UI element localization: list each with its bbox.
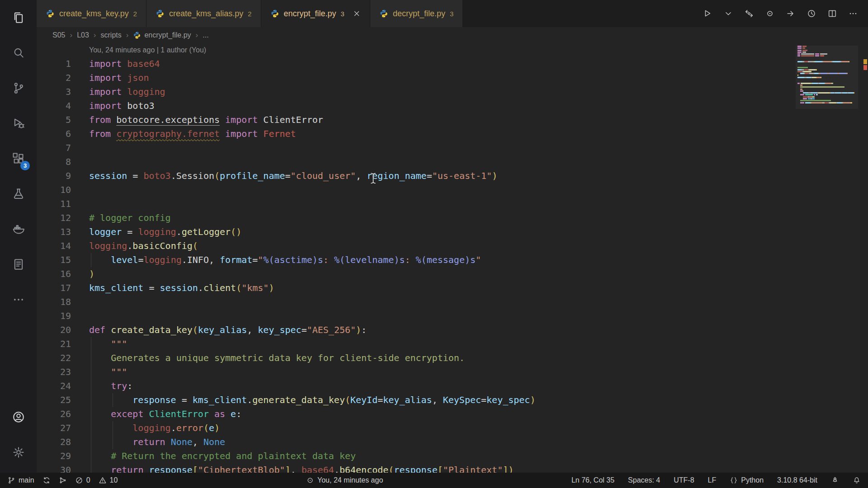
code-text[interactable] (71, 197, 89, 211)
status-notifications[interactable] (853, 476, 861, 484)
tab-create_kms_key.py[interactable]: create_kms_key.py2 (37, 0, 146, 27)
line-number[interactable]: 3 (37, 85, 71, 99)
code-text[interactable]: logger = logging.getLogger() (71, 225, 241, 239)
code-text[interactable] (71, 155, 89, 169)
split-editor-button[interactable] (827, 9, 837, 19)
open-changes-button[interactable] (744, 9, 754, 19)
status-status-rocket[interactable] (831, 476, 839, 484)
breadcrumb-item-L03[interactable]: L03 (77, 31, 89, 39)
line-number[interactable]: 23 (37, 365, 71, 379)
close-icon[interactable] (353, 9, 361, 18)
code-text[interactable] (71, 141, 89, 155)
status-git-branch[interactable]: main (7, 476, 34, 484)
code-text[interactable]: level=logging.INFO, format="%(asctime)s:… (71, 253, 481, 267)
line-number[interactable]: 13 (37, 225, 71, 239)
code-text[interactable]: kms_client = session.client("kms") (71, 281, 274, 295)
code-text[interactable] (71, 309, 89, 323)
line-number[interactable]: 8 (37, 155, 71, 169)
minimap-slider[interactable] (796, 46, 858, 109)
line-number[interactable]: 18 (37, 295, 71, 309)
git-blame-codelens[interactable]: You, 24 minutes ago | 1 author (You) (89, 43, 206, 57)
activity-item-notebook[interactable] (0, 247, 37, 282)
activity-item-explorer[interactable] (0, 0, 37, 35)
line-number[interactable]: 14 (37, 239, 71, 253)
status-language-mode[interactable]: Python (730, 476, 764, 484)
code-text[interactable]: # logger config (71, 211, 171, 225)
activity-item-more-views[interactable] (0, 282, 37, 317)
line-number[interactable]: 16 (37, 267, 71, 281)
line-number[interactable]: 4 (37, 99, 71, 113)
line-number[interactable]: 11 (37, 197, 71, 211)
open-changes-with-button[interactable] (786, 9, 796, 19)
status-git-graph[interactable] (59, 476, 67, 484)
code-text[interactable]: def create_data_key(key_alias, key_spec=… (71, 323, 367, 337)
line-number[interactable]: 22 (37, 351, 71, 365)
code-text[interactable]: import json (71, 71, 149, 85)
line-number[interactable]: 20 (37, 323, 71, 337)
activity-item-docker[interactable] (0, 211, 37, 247)
activity-item-extensions[interactable]: 3 (0, 141, 37, 176)
tab-create_kms_alias.py[interactable]: create_kms_alias.py2 (146, 0, 261, 27)
code-text[interactable]: logging.error(e) (71, 421, 220, 435)
line-number[interactable]: 25 (37, 393, 71, 407)
line-number[interactable]: 15 (37, 253, 71, 267)
status-indentation[interactable]: Spaces: 4 (628, 476, 660, 484)
code-text[interactable]: """ (71, 365, 127, 379)
code-text[interactable]: try: (71, 379, 132, 393)
run-dropdown-button[interactable] (723, 9, 733, 19)
line-number[interactable]: 26 (37, 407, 71, 421)
line-number[interactable]: 7 (37, 141, 71, 155)
tab-decrypt_file.py[interactable]: decrypt_file.py3 (370, 0, 463, 27)
line-number[interactable]: 29 (37, 449, 71, 463)
line-number[interactable]: 17 (37, 281, 71, 295)
line-number[interactable]: 12 (37, 211, 71, 225)
line-number[interactable]: 9 (37, 169, 71, 183)
status-eol[interactable]: LF (708, 476, 717, 484)
tab-encrypt_file.py[interactable]: encrypt_file.py3 (261, 0, 370, 27)
status-python-interpreter[interactable]: 3.10.8 64-bit (777, 476, 817, 484)
activity-item-testing[interactable] (0, 176, 37, 211)
status-gitlens-blame[interactable]: You, 24 minutes ago (306, 476, 383, 484)
status-encoding[interactable]: UTF-8 (674, 476, 694, 484)
toggle-blame-button[interactable] (765, 9, 775, 19)
activity-item-run-debug[interactable] (0, 106, 37, 141)
activity-item-search[interactable] (0, 35, 37, 70)
run-python-file-button[interactable] (703, 9, 712, 19)
code-text[interactable]: from cryptography.fernet import Fernet (71, 127, 296, 141)
activity-item-settings[interactable] (0, 435, 37, 470)
line-number[interactable]: 28 (37, 435, 71, 449)
line-number[interactable]: 2 (37, 71, 71, 85)
code-text[interactable]: return None, None (71, 435, 225, 449)
code-text[interactable]: logging.basicConfig( (71, 239, 198, 253)
file-history-button[interactable] (807, 9, 816, 19)
status-problems-warnings[interactable]: 10 (99, 476, 118, 484)
code-area[interactable]: You, 24 minutes ago | 1 author (You)1imp… (37, 43, 868, 473)
status-problems-errors[interactable]: 0 (75, 476, 90, 484)
line-number[interactable]: 6 (37, 127, 71, 141)
editor[interactable]: You, 24 minutes ago | 1 author (You)1imp… (37, 43, 868, 473)
line-number[interactable]: 24 (37, 379, 71, 393)
code-text[interactable]: import boto3 (71, 99, 155, 113)
status-cursor-position[interactable]: Ln 76, Col 35 (571, 476, 614, 484)
line-number[interactable]: 30 (37, 463, 71, 473)
code-text[interactable]: ) (71, 267, 94, 281)
breadcrumb-item-S05[interactable]: S05 (52, 31, 65, 39)
line-number[interactable]: 10 (37, 183, 71, 197)
code-text[interactable]: return response["CiphertextBlob"], base6… (71, 463, 514, 473)
code-text[interactable]: response = kms_client.generate_data_key(… (71, 393, 535, 407)
code-text[interactable]: from botocore.exceptions import ClientEr… (71, 113, 323, 127)
code-text[interactable]: import logging (71, 85, 165, 99)
activity-item-account[interactable] (0, 399, 37, 435)
minimap[interactable] (797, 46, 856, 104)
line-number[interactable]: 19 (37, 309, 71, 323)
line-number[interactable]: 27 (37, 421, 71, 435)
line-number[interactable]: 1 (37, 57, 71, 71)
more-actions-button[interactable] (848, 9, 858, 19)
code-text[interactable] (71, 295, 89, 309)
code-text[interactable] (71, 183, 89, 197)
code-text[interactable]: import base64 (71, 57, 160, 71)
code-text[interactable]: """ (71, 337, 127, 351)
breadcrumb-item-scripts[interactable]: scripts (101, 31, 122, 39)
line-number[interactable]: 5 (37, 113, 71, 127)
code-text[interactable]: Generates a unique symmetric data key fo… (71, 351, 465, 365)
